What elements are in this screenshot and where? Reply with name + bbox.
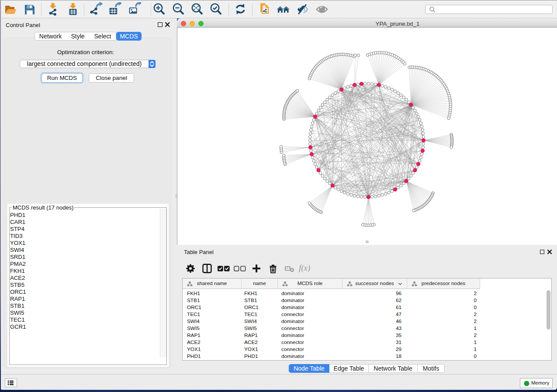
svg-text:f(x): f(x) <box>299 264 310 273</box>
